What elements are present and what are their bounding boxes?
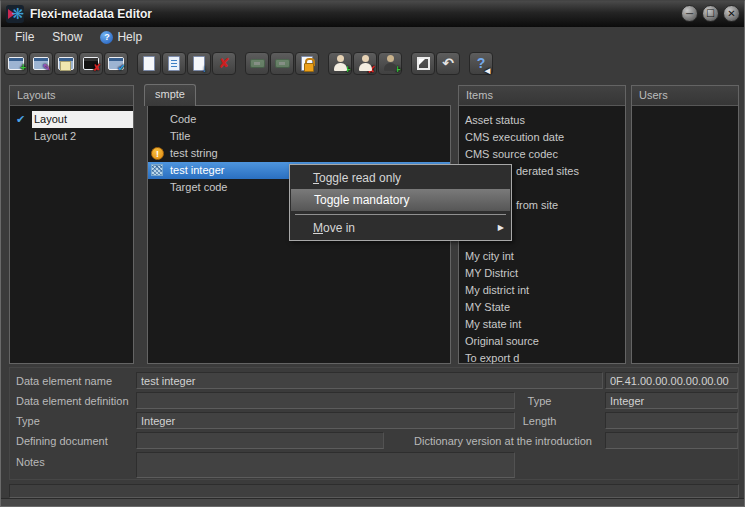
- mandatory-pattern-icon: [151, 164, 163, 176]
- defining-document-label: Defining document: [16, 435, 108, 447]
- layout-item-layout-2[interactable]: Layout 2: [10, 128, 133, 145]
- layouts-list: ✔LayoutLayout 2: [10, 106, 133, 145]
- add-layout-icon-badge: +: [20, 63, 26, 73]
- items-list-item-to-export-d[interactable]: To export d: [459, 350, 625, 367]
- data-element-name-field[interactable]: [136, 372, 603, 389]
- selection-button[interactable]: [411, 52, 435, 75]
- items-list-item-original-source[interactable]: Original source: [459, 333, 625, 350]
- tree-item-title[interactable]: Title: [148, 128, 450, 145]
- maximize-button[interactable]: ☐: [702, 5, 719, 22]
- edit-layout-button[interactable]: ✎: [29, 52, 53, 75]
- items-list-item-my-city-int[interactable]: My city int: [459, 248, 625, 265]
- context-help-button[interactable]: ?◄: [469, 52, 493, 75]
- data-element-name-label: Data element name: [16, 375, 112, 387]
- delete-layout-button[interactable]: ✘: [79, 52, 103, 75]
- application-window: ❋ Flexi-metadata Editor ─☐✕ FileShow?Hel…: [0, 0, 745, 507]
- metadata-form: Data element name Data element definitio…: [9, 367, 739, 480]
- notes-label: Notes: [16, 456, 45, 468]
- unlink-item-icon: [275, 59, 290, 68]
- warning-badge-icon: !: [151, 147, 164, 160]
- menu-separator: [295, 214, 506, 215]
- notes-field[interactable]: [136, 452, 515, 478]
- items-list-item-cms-execution-date[interactable]: CMS execution date: [459, 129, 625, 146]
- toolbar-group: ↶: [411, 52, 460, 75]
- add-user-button[interactable]: +: [328, 52, 352, 75]
- toolbar-group: [245, 52, 319, 75]
- menu-show-label: Show: [52, 30, 82, 44]
- items-panel-header: Items: [459, 86, 625, 106]
- close-button[interactable]: ✕: [723, 5, 740, 22]
- items-list-item-asset-status[interactable]: Asset status: [459, 112, 625, 129]
- lock-element-icon: [301, 56, 313, 71]
- context-help-icon: ?◄: [473, 55, 490, 72]
- undo-button[interactable]: ↶: [436, 52, 460, 75]
- context-menu-item-move-in[interactable]: Move in▶: [290, 217, 511, 239]
- lock-element-button[interactable]: [295, 52, 319, 75]
- app-logo-gear: ❋: [11, 5, 24, 23]
- length-label: Length: [492, 415, 587, 427]
- data-element-definition-field[interactable]: [136, 392, 515, 409]
- type-field[interactable]: [136, 412, 515, 429]
- context-menu-item-label: Move in: [313, 221, 355, 235]
- undo-icon: ↶: [440, 55, 457, 72]
- type-right-field[interactable]: [605, 392, 738, 409]
- type-label: Type: [16, 415, 40, 427]
- add-layout-button[interactable]: +: [4, 52, 28, 75]
- minimize-button[interactable]: ─: [681, 5, 698, 22]
- context-menu-item-toggle-mandatory[interactable]: Toggle mandatory: [291, 189, 510, 211]
- app-logo-icon: ❋: [6, 5, 24, 23]
- context-help-icon-badge: ◄: [483, 66, 493, 76]
- tree-item-label: test string: [170, 147, 218, 159]
- delete-element-button[interactable]: ✘: [212, 52, 236, 75]
- layouts-panel-header: Layouts: [10, 86, 133, 106]
- toolbar-group: +✘+: [328, 52, 402, 75]
- validate-layout-button[interactable]: ✔: [104, 52, 128, 75]
- link-item-icon: [250, 59, 265, 68]
- menu-show[interactable]: Show: [44, 28, 90, 46]
- new-element-icon: [143, 56, 155, 71]
- link-item-button[interactable]: [245, 52, 269, 75]
- new-element-button[interactable]: [137, 52, 161, 75]
- tree-item-label: Title: [170, 130, 190, 142]
- items-list-item-my-state-int[interactable]: My state int: [459, 316, 625, 333]
- tab-smpte[interactable]: smpte: [144, 84, 196, 106]
- items-list-item-my-district[interactable]: MY District: [459, 265, 625, 282]
- remove-user-icon-badge: ✘: [367, 65, 375, 75]
- copy-layout-button[interactable]: [54, 52, 78, 75]
- dictionary-version-field[interactable]: [605, 432, 738, 449]
- edit-layout-icon-badge: ✎: [43, 63, 51, 73]
- help-circle-icon: ?: [100, 31, 113, 44]
- layout-item-label: Layout 2: [32, 128, 133, 145]
- status-bar: [9, 484, 739, 498]
- export-element-button[interactable]: ↓: [187, 52, 211, 75]
- data-element-hex-field[interactable]: [605, 372, 738, 389]
- add-user-icon: +: [333, 55, 348, 71]
- add-group-button[interactable]: +: [378, 52, 402, 75]
- tree-item-code[interactable]: Code: [148, 111, 450, 128]
- window-bottom-frame: [1, 498, 744, 506]
- remove-user-icon: ✘: [358, 55, 373, 71]
- menu-file[interactable]: File: [7, 28, 42, 46]
- tree-item-test-string[interactable]: !test string: [148, 145, 450, 162]
- export-element-icon: ↓: [193, 56, 205, 71]
- toolbar-group: ↓✘: [137, 52, 236, 75]
- layout-item-layout[interactable]: ✔Layout: [10, 111, 133, 128]
- delete-element-icon: ✘: [216, 55, 233, 72]
- tree-item-label: Code: [170, 113, 196, 125]
- toolbar-group: ?◄: [469, 52, 493, 75]
- title-bar: ❋ Flexi-metadata Editor ─☐✕: [1, 1, 744, 27]
- items-list-item-cms-source-codec[interactable]: CMS source codec: [459, 146, 625, 163]
- context-menu-item-toggle-read-only[interactable]: Toggle read only: [290, 167, 511, 189]
- menu-help-label: Help: [117, 30, 142, 44]
- menu-help[interactable]: ?Help: [92, 28, 150, 46]
- items-list-item-my-state[interactable]: MY State: [459, 299, 625, 316]
- users-panel-header: Users: [632, 86, 738, 106]
- tree-item-label: test integer: [170, 164, 224, 176]
- validate-layout-icon: ✔: [108, 57, 124, 70]
- items-list-item-my-district-int[interactable]: My district int: [459, 282, 625, 299]
- remove-user-button[interactable]: ✘: [353, 52, 377, 75]
- element-properties-button[interactable]: [162, 52, 186, 75]
- toolbar-group: +✎✘✔: [4, 52, 128, 75]
- length-field[interactable]: [605, 412, 738, 429]
- unlink-item-button[interactable]: [270, 52, 294, 75]
